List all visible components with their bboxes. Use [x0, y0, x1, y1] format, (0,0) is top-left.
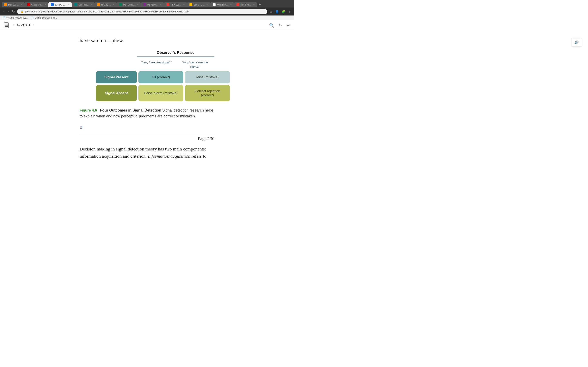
figure-caption: Figure 4.6 Four Outcomes in Signal Detec…: [80, 108, 214, 119]
browser-actions: ☆ 👤 🧩 ⋮: [269, 9, 292, 14]
secure-icon: 🔒: [20, 10, 24, 13]
figure-label: Figure 4.6: [80, 108, 97, 112]
no-response-header: "No, I don't see the signal.": [176, 60, 214, 69]
page-current: 42: [17, 24, 20, 27]
signal-present-label: Signal Present: [96, 71, 137, 83]
bookmark-star-button[interactable]: ☆: [269, 9, 273, 14]
yes-response-header: "Yes, I see the signal.": [137, 60, 176, 69]
tab-favicon-psy100: [4, 3, 7, 6]
bottom-text-line2: information acquisition and criterion. I…: [80, 154, 207, 159]
tab-favicon-psy100v3: [166, 3, 169, 6]
bookmark-sources-icon: 📄: [31, 16, 34, 19]
bottom-text-line1: Decision making in signal detection theo…: [80, 146, 206, 151]
page-indicator: 42 of 301: [17, 24, 30, 27]
note-icon[interactable]: 🗒: [80, 125, 214, 130]
tab-title-editflash: Edit Flas...: [78, 3, 89, 6]
address-bar: ‹ › ↻ 🔒 prod.reader-ui.prod.mheducation.…: [0, 8, 294, 16]
url-bar[interactable]: 🔒 prod.reader-ui.prod.mheducation.com/ep…: [17, 9, 267, 14]
false-alarm-cell: False alarm (mistake): [138, 85, 183, 101]
reload-button[interactable]: ↻: [11, 9, 16, 14]
page-number: Page 130: [198, 136, 214, 141]
bookmarks-bar: 📄 Writing Resources... 📄 Using Sources |…: [0, 16, 294, 20]
forward-button[interactable]: ›: [7, 9, 9, 14]
page-separator: of: [21, 24, 25, 27]
tab-title-psychap: PSYChap...: [123, 3, 135, 6]
back-button[interactable]: ‹: [2, 9, 5, 14]
miss-cell: Miss (mistake): [185, 71, 230, 83]
tab-classking[interactable]: Class Kin... ×: [25, 2, 48, 7]
tab-bar: Psy 100-... × Class Kin... × 1. How D...…: [0, 0, 294, 8]
tab-set1[interactable]: Set 1 - G... ×: [187, 2, 210, 7]
intro-text: have said no—phew.: [80, 36, 214, 44]
reader-content: have said no—phew. Observer's Response "…: [55, 30, 239, 172]
bookmark-writing-label: Writing Resources...: [6, 16, 28, 19]
tab-psy100v3[interactable]: PSY 100... ×: [164, 2, 187, 7]
observer-response-header: Observer's Response: [137, 50, 214, 57]
tab-title-classking: Class Kin...: [31, 3, 43, 6]
correct-rejection-cell: Correct rejection (correct): [185, 85, 230, 101]
tab-whatis[interactable]: what is th... ×: [210, 2, 234, 7]
tab-close-soft[interactable]: ×: [253, 3, 255, 6]
response-sub-headers: "Yes, I see the signal." "No, I don't se…: [137, 60, 214, 69]
tab-psy100v2[interactable]: PSY100-... ×: [141, 2, 164, 7]
tab-soft[interactable]: soft & no... ×: [234, 2, 257, 7]
table-grid: Signal Present Hit (correct) Miss (mista…: [96, 71, 214, 101]
tab-howdoes[interactable]: 1. How D... ×: [48, 2, 72, 7]
tab-close-psy100v2[interactable]: ×: [160, 3, 162, 6]
extensions-button[interactable]: 🧩: [281, 9, 286, 14]
bottom-text: Decision making in signal detection theo…: [80, 145, 214, 160]
tab-close-bio30[interactable]: ×: [113, 3, 114, 6]
tab-psychap[interactable]: PSYChap... ×: [117, 2, 141, 7]
search-button[interactable]: 🔍: [269, 23, 274, 28]
page-total: 301: [25, 24, 30, 27]
tab-close-set1[interactable]: ×: [207, 3, 208, 6]
url-text: prod.reader-ui.prod.mheducation.com/epub…: [25, 10, 189, 13]
tab-title-bio30: BIO 30-...: [101, 3, 111, 6]
tab-favicon-psychap: [119, 3, 122, 6]
toolbar-left: ☰ ‹ 42 of 301 ›: [4, 22, 35, 28]
browser-chrome: Psy 100-... × Class Kin... × 1. How D...…: [0, 0, 294, 20]
tab-favicon-howdoes: [51, 3, 54, 6]
tab-favicon-soft: [236, 3, 239, 6]
bookmark-writing-icon: 📄: [2, 16, 6, 19]
tab-close-howdoes[interactable]: ×: [68, 3, 69, 6]
tab-favicon-editflash: [74, 3, 77, 6]
tab-close-classking[interactable]: ×: [45, 3, 46, 6]
tab-favicon-bio30: [97, 3, 100, 6]
profile-button[interactable]: 👤: [274, 9, 279, 14]
tab-title-psy100: Psy 100-...: [8, 3, 19, 6]
tab-close-psy100v3[interactable]: ×: [183, 3, 185, 6]
font-settings-button[interactable]: Aa: [278, 24, 282, 27]
tab-favicon-whatis: [213, 3, 216, 6]
signal-detection-table: Observer's Response "Yes, I see the sign…: [96, 50, 214, 101]
tab-close-whatis[interactable]: ×: [230, 3, 232, 6]
signal-absent-label: Signal Absent: [96, 85, 137, 101]
tab-close-editflash[interactable]: ×: [91, 3, 92, 6]
tab-psy100[interactable]: Psy 100-... ×: [2, 2, 25, 7]
nav-controls: ‹ 42 of 301 ›: [12, 22, 35, 28]
new-tab-button[interactable]: +: [257, 2, 263, 8]
page-number-section: Page 130: [80, 134, 214, 141]
tab-favicon-psy100v2: [143, 3, 146, 6]
tab-title-soft: soft & no...: [241, 3, 251, 6]
toolbar-right: 🔍 Aa ↩: [269, 23, 290, 28]
reader-toolbar: ☰ ‹ 42 of 301 › 🔍 Aa ↩: [0, 20, 294, 30]
tab-close-psy100[interactable]: ×: [21, 3, 22, 6]
back-reading-button[interactable]: ↩: [286, 23, 290, 28]
tab-close-psychap[interactable]: ×: [137, 3, 138, 6]
bookmark-writing-resources[interactable]: 📄 Writing Resources...: [2, 16, 28, 19]
tab-title-howdoes: 1. How D...: [55, 3, 66, 6]
toc-button[interactable]: ☰: [4, 22, 9, 28]
tab-bio30[interactable]: BIO 30-... ×: [95, 2, 117, 7]
prev-page-button[interactable]: ‹: [12, 22, 15, 28]
bookmark-using-sources[interactable]: 📄 Using Sources | W...: [31, 16, 57, 19]
bookmark-sources-label: Using Sources | W...: [35, 16, 57, 19]
next-page-button[interactable]: ›: [33, 22, 35, 28]
tab-favicon-set1: [190, 3, 192, 6]
tab-editflash[interactable]: Edit Flas... ×: [72, 2, 95, 7]
tab-title-psy100v2: PSY100-...: [147, 3, 158, 6]
italic-term: Information acquisition: [148, 154, 190, 159]
hit-cell: Hit (correct): [138, 71, 183, 83]
menu-button[interactable]: ⋮: [287, 9, 292, 14]
figure-title: Four Outcomes in Signal Detection: [100, 108, 161, 112]
